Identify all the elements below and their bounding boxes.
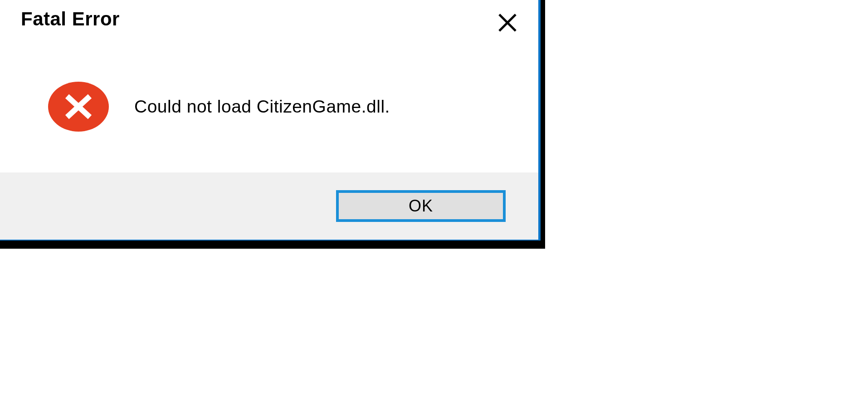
dialog-title: Fatal Error [21, 8, 120, 30]
content-area: Could not load CitizenGame.dll. [0, 41, 538, 172]
window-border-right [541, 0, 545, 249]
dialog-window: Fatal Error Could not load CitizenGame.d… [0, 0, 545, 249]
error-icon [48, 81, 109, 132]
title-bar: Fatal Error [0, 0, 538, 41]
error-message: Could not load CitizenGame.dll. [134, 97, 390, 117]
error-dialog: Fatal Error Could not load CitizenGame.d… [0, 0, 541, 241]
close-icon [497, 13, 517, 33]
window-border-bottom [0, 241, 545, 249]
ok-button[interactable]: OK [336, 190, 506, 222]
close-button[interactable] [495, 10, 520, 35]
button-area: OK [0, 172, 538, 240]
